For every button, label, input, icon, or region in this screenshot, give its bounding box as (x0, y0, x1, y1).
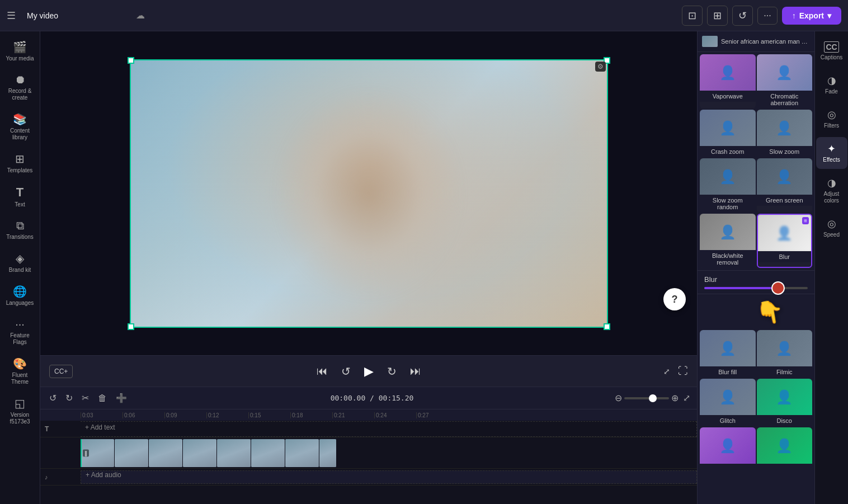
effects-sidebar-speed[interactable]: ◎ Speed (816, 212, 847, 244)
playhead (81, 439, 82, 467)
version-icon: ◱ (15, 397, 25, 410)
zoom-slider-thumb[interactable] (649, 394, 657, 402)
effect-label-slow-zoom-r: Slow zoom random (700, 195, 756, 213)
effect-label-glitch: Glitch (700, 415, 756, 426)
export-button[interactable]: ↑ Export ▾ (782, 7, 841, 25)
effects-grid-2: 👤 Blur fill 👤 Filmic 👤 Glitch (698, 328, 814, 470)
video-track: ‖ (40, 437, 697, 469)
crop-button[interactable]: ⊡ (682, 6, 703, 26)
video-track-content[interactable]: ‖ (81, 439, 697, 467)
text-track-content[interactable]: + Add text (81, 421, 697, 437)
sidebar-item-record[interactable]: ⏺ Record & create (2, 69, 38, 106)
effect-label-chromatic: Chromatic aberration (757, 91, 813, 109)
undo-timeline-button[interactable]: ↺ (47, 390, 59, 406)
delete-button[interactable]: 🗑 (96, 391, 109, 406)
corner-handle-tl[interactable] (128, 57, 134, 64)
video-canvas: ⚙ (130, 59, 608, 328)
video-frame-8 (319, 439, 336, 467)
fit-button[interactable]: ⊞ (707, 6, 728, 26)
adjust-colors-icon: ◑ (827, 177, 836, 189)
effect-card-bw-removal[interactable]: 👤 Black/white removal (700, 214, 756, 268)
clip-settings[interactable]: ⚙ (595, 62, 606, 72)
redo-timeline-button[interactable]: ↻ (63, 390, 75, 406)
zoom-out-button[interactable]: ⊖ (615, 393, 622, 403)
effect-card-slow-zoom[interactable]: 👤 Slow zoom (757, 110, 813, 157)
effect-thumb-bw-removal: 👤 (700, 214, 756, 250)
add-clip-button[interactable]: ➕ (114, 390, 129, 406)
expand-button[interactable]: ⤢ (663, 367, 670, 376)
effects-sidebar-effects[interactable]: ✦ Effects (816, 137, 847, 169)
effect-card-green-screen[interactable]: 👤 Green screen (757, 158, 813, 213)
sidebar-item-text[interactable]: T Text (2, 181, 38, 213)
help-button[interactable]: ? (663, 288, 686, 310)
add-audio-button[interactable]: + Add audio (81, 471, 696, 479)
sidebar-item-version[interactable]: ◱ Version f5173e3 (2, 392, 38, 430)
timeline-tracks: T + Add text (40, 421, 697, 486)
effect-card-green2[interactable]: 👤 (757, 427, 813, 468)
fade-icon: ◑ (827, 74, 836, 87)
effect-card-glitch[interactable]: 👤 Glitch (700, 379, 756, 426)
languages-icon: 🌐 (13, 285, 27, 298)
sidebar-item-content[interactable]: 📚 Content library (2, 108, 38, 145)
menu-icon[interactable]: ☰ (7, 10, 16, 22)
effects-sidebar-filters[interactable]: ◎ Filters (816, 103, 847, 135)
corner-handle-br[interactable] (604, 323, 610, 330)
video-frame-6 (251, 439, 285, 467)
effect-thumb-chromatic: 👤 (757, 54, 813, 91)
sidebar-item-languages[interactable]: 🌐 Languages (2, 280, 38, 311)
export-icon: ↑ (792, 11, 796, 20)
sidebar-item-feature-flags[interactable]: ··· Feature Flags (2, 313, 38, 350)
cursor-hand-icon: 👇 (753, 302, 758, 327)
rewind-button[interactable]: ↺ (339, 362, 353, 380)
effect-card-chromatic[interactable]: 👤 Chromatic aberration (757, 54, 813, 109)
sidebar-item-transitions[interactable]: ⧉ Transitions (2, 215, 38, 245)
more-button[interactable]: ··· (757, 7, 777, 25)
sidebar-item-templates[interactable]: ⊞ Templates (2, 148, 38, 178)
effect-card-crash-zoom[interactable]: 👤 Crash zoom (700, 110, 756, 157)
skip-fwd-button[interactable]: ⏭ (408, 362, 423, 380)
project-title[interactable]: My video (22, 9, 129, 22)
fullscreen-button[interactable]: ⛶ (678, 365, 688, 377)
blur-slider-track[interactable] (704, 287, 808, 289)
media-title-text: Senior african american man sm... (721, 38, 810, 45)
video-frame-3 (149, 439, 182, 467)
sidebar-item-fluent[interactable]: 🎨 Fluent Theme (2, 352, 38, 390)
effect-card-filmic[interactable]: 👤 Filmic (757, 330, 813, 378)
pause-icon: ‖ (83, 449, 89, 456)
effect-card-vaporwave[interactable]: 👤 Vaporwave (700, 54, 756, 109)
forward-button[interactable]: ↻ (385, 362, 399, 380)
add-text-button[interactable]: + Add text (81, 423, 120, 431)
captions-button[interactable]: CC+ (49, 365, 73, 378)
effects-sidebar-fade[interactable]: ◑ Fade (816, 69, 847, 101)
effect-thumb-disco: 👤 (757, 379, 813, 415)
effect-card-purple1[interactable]: 👤 (700, 427, 756, 468)
effect-card-disco[interactable]: 👤 Disco (757, 379, 813, 426)
effect-card-blur[interactable]: 👤 ≡ Blur (757, 214, 813, 268)
playback-bar: CC+ ⏮ ↺ ▶ ↻ ⏭ ⤢ ⛶ (40, 355, 697, 387)
play-button[interactable]: ▶ (362, 362, 376, 381)
corner-handle-bl[interactable] (128, 323, 134, 330)
effect-card-blur-fill[interactable]: 👤 Blur fill (700, 330, 756, 378)
effects-sidebar-captions[interactable]: CC Captions (816, 36, 847, 67)
zoom-in-button[interactable]: ⊕ (671, 393, 679, 403)
sidebar-item-media[interactable]: 🎬 Your media (2, 36, 38, 67)
transitions-icon: ⧉ (16, 219, 24, 232)
effect-label-bw-removal: Black/white removal (700, 250, 756, 268)
blur-slider-thumb[interactable] (771, 281, 785, 295)
cut-button[interactable]: ✂ (79, 390, 91, 406)
effects-sidebar-adjust[interactable]: ◑ Adjust colors (816, 171, 847, 210)
audio-track-content[interactable]: + Add audio (81, 470, 697, 484)
effect-thumb-glitch: 👤 (700, 379, 756, 415)
effect-label-blur: Blur (758, 251, 812, 262)
export-chevron: ▾ (827, 11, 831, 20)
zoom-slider[interactable] (624, 397, 669, 399)
ruler-mark: 0:24 (374, 412, 416, 418)
expand-timeline-button[interactable]: ⤢ (683, 393, 690, 403)
effect-thumb-blur: 👤 ≡ (758, 215, 812, 251)
sidebar-item-brand[interactable]: ◈ Brand kit (2, 247, 38, 278)
effect-card-slow-zoom-r[interactable]: 👤 Slow zoom random (700, 158, 756, 213)
center-area: ⚙ 16:9 ? CC+ ⏮ ↺ ▶ ↻ ⏭ ⤢ ⛶ ↺ ↻ ✂ 🗑 ➕ 00:… (40, 31, 697, 504)
skip-back-button[interactable]: ⏮ (314, 362, 330, 380)
undo-button[interactable]: ↺ (732, 6, 753, 26)
content-icon: 📚 (13, 112, 27, 126)
